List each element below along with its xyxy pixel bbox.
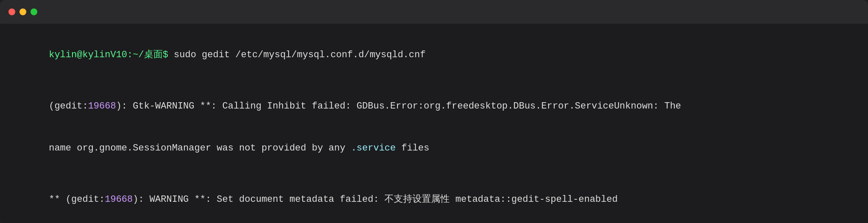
warning2-text: ): WARNING **: Set document metadata fai… — [133, 194, 618, 205]
spacer-1 — [15, 76, 853, 85]
terminal-window: kylin@kylinV10:~/桌面$ sudo gedit /etc/mys… — [0, 0, 868, 223]
gtk-warning-line1: (gedit:19668): Gtk-WARNING **: Calling I… — [15, 85, 853, 127]
warning-prefix-1: (gedit: — [49, 101, 88, 112]
warning-text-2a: name org.gnome.SessionManager was not pr… — [49, 143, 351, 153]
gtk-warning-line2: name org.gnome.SessionManager was not pr… — [15, 127, 853, 169]
spacer-3 — [15, 220, 853, 223]
maximize-button[interactable] — [31, 8, 37, 15]
command-text: sudo gedit /etc/mysql/mysql.conf.d/mysql… — [174, 50, 426, 60]
spacer-2 — [15, 169, 853, 178]
prompt: kylin@kylinV10:~/桌面$ — [49, 50, 174, 60]
close-button[interactable] — [8, 8, 15, 15]
pid-1: 19668 — [88, 101, 116, 112]
minimize-button[interactable] — [19, 8, 26, 15]
terminal-content: kylin@kylinV10:~/桌面$ sudo gedit /etc/mys… — [0, 24, 868, 223]
command-line: kylin@kylinV10:~/桌面$ sudo gedit /etc/mys… — [15, 34, 853, 76]
service-keyword: .service — [351, 143, 396, 153]
warning-line-2: ** (gedit:19668): WARNING **: Set docume… — [15, 178, 853, 220]
warning-text-2b: files — [396, 143, 429, 153]
warning2-prefix: ** (gedit: — [49, 194, 105, 205]
pid-2: 19668 — [105, 194, 133, 205]
title-bar — [0, 0, 868, 24]
traffic-lights — [8, 8, 37, 15]
warning-text-1: ): Gtk-WARNING **: Calling Inhibit faile… — [116, 101, 681, 112]
